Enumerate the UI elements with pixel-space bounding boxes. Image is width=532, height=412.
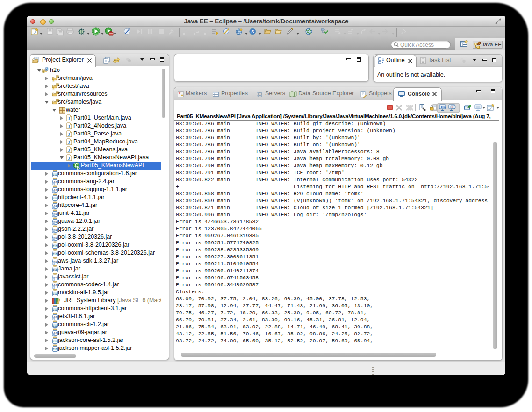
svg-text:J: J bbox=[68, 124, 70, 129]
svg-text:010: 010 bbox=[53, 269, 57, 271]
svg-text:010: 010 bbox=[53, 253, 57, 256]
svg-text:010: 010 bbox=[53, 348, 57, 351]
svg-text:J: J bbox=[68, 116, 70, 121]
svg-text:J: J bbox=[46, 67, 48, 70]
svg-text:010: 010 bbox=[53, 173, 57, 176]
svg-text:J: J bbox=[68, 156, 70, 161]
svg-text:010: 010 bbox=[53, 292, 57, 295]
svg-text:J: J bbox=[68, 132, 70, 137]
svg-text:010: 010 bbox=[53, 308, 57, 311]
svg-text:J: J bbox=[68, 148, 70, 153]
svg-text:010: 010 bbox=[53, 245, 57, 248]
svg-text:010: 010 bbox=[53, 197, 57, 200]
svg-text:S: S bbox=[251, 29, 254, 34]
svg-text:010: 010 bbox=[53, 324, 57, 327]
svg-text:!: ! bbox=[43, 71, 43, 73]
svg-text:010: 010 bbox=[53, 340, 57, 343]
svg-text:J: J bbox=[68, 140, 70, 145]
